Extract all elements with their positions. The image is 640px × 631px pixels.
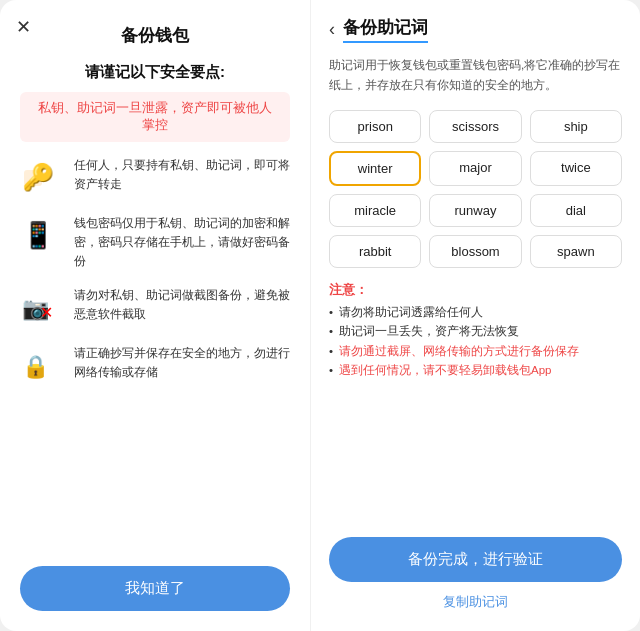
security-item-key-text: 任何人，只要持有私钥、助记词，即可将资产转走 — [74, 156, 290, 194]
backup-complete-button[interactable]: 备份完成，进行验证 — [329, 537, 622, 582]
security-item-password: 📱 钱包密码仅用于私钥、助记词的加密和解密，密码只存储在手机上，请做好密码备份 — [20, 214, 290, 272]
copy-mnemonic-button[interactable]: 复制助记词 — [329, 593, 622, 611]
security-items-list: 🔑 任何人，只要持有私钥、助记词，即可将资产转走 📱 钱包密码仅用于私钥、助记词… — [20, 156, 290, 550]
left-bottom: 我知道了 — [20, 566, 290, 611]
close-button[interactable]: ✕ — [16, 16, 31, 38]
right-title: 备份助记词 — [343, 16, 428, 43]
security-item-safe: 🔒 请正确抄写并保存在安全的地方，勿进行网络传输或存储 — [20, 344, 290, 388]
back-button[interactable]: ‹ — [329, 19, 335, 40]
screenshot-icon: 📷 ✕ — [20, 286, 64, 330]
word-cell-1: prison — [329, 110, 421, 143]
word-cell-5: major — [429, 151, 521, 186]
word-cell-12: spawn — [530, 235, 622, 268]
svg-text:✕: ✕ — [40, 304, 53, 321]
word-cell-2: scissors — [429, 110, 521, 143]
word-cell-4: winter — [329, 151, 421, 186]
word-cell-11: blossom — [429, 235, 521, 268]
word-cell-3: ship — [530, 110, 622, 143]
right-header: ‹ 备份助记词 — [329, 16, 622, 43]
right-bottom: 备份完成，进行验证 复制助记词 — [329, 537, 622, 611]
word-cell-6: twice — [530, 151, 622, 186]
key-icon: 🔑 — [20, 156, 64, 200]
word-cell-10: rabbit — [329, 235, 421, 268]
safe-icon: 🔒 — [20, 344, 64, 388]
security-heading: 请谨记以下安全要点: — [20, 63, 290, 82]
security-item-password-text: 钱包密码仅用于私钥、助记词的加密和解密，密码只存储在手机上，请做好密码备份 — [74, 214, 290, 272]
password-icon: 📱 — [20, 214, 64, 258]
word-cell-8: runway — [429, 194, 521, 227]
word-cell-9: dial — [530, 194, 622, 227]
notes-item-3: 请勿通过截屏、网络传输的方式进行备份保存 — [329, 342, 622, 362]
svg-text:📱: 📱 — [22, 219, 55, 251]
acknowledge-button[interactable]: 我知道了 — [20, 566, 290, 611]
svg-text:🔒: 🔒 — [22, 353, 50, 380]
security-item-screenshot: 📷 ✕ 请勿对私钥、助记词做截图备份，避免被恶意软件截取 — [20, 286, 290, 330]
word-cell-7: miracle — [329, 194, 421, 227]
warning-banner: 私钥、助记词一旦泄露，资产即可被他人掌控 — [20, 92, 290, 142]
security-item-key: 🔑 任何人，只要持有私钥、助记词，即可将资产转走 — [20, 156, 290, 200]
notes-section: 注意： 请勿将助记词透露给任何人助记词一旦丢失，资产将无法恢复请勿通过截屏、网络… — [329, 282, 622, 381]
svg-text:🔑: 🔑 — [22, 161, 55, 193]
security-item-safe-text: 请正确抄写并保存在安全的地方，勿进行网络传输或存储 — [74, 344, 290, 382]
notes-item-4: 遇到任何情况，请不要轻易卸载钱包App — [329, 361, 622, 381]
right-panel: ‹ 备份助记词 助记词用于恢复钱包或重置钱包密码,将它准确的抄写在纸上，并存放在… — [310, 0, 640, 631]
left-title: 备份钱包 — [20, 24, 290, 47]
security-item-screenshot-text: 请勿对私钥、助记词做截图备份，避免被恶意软件截取 — [74, 286, 290, 324]
notes-title: 注意： — [329, 282, 622, 299]
mnemonic-word-grid: prisonscissorsshipwintermajortwicemiracl… — [329, 110, 622, 268]
notes-item-2: 助记词一旦丢失，资产将无法恢复 — [329, 322, 622, 342]
right-description: 助记词用于恢复钱包或重置钱包密码,将它准确的抄写在纸上，并存放在只有你知道的安全… — [329, 55, 622, 96]
left-panel: ✕ 备份钱包 请谨记以下安全要点: 私钥、助记词一旦泄露，资产即可被他人掌控 🔑… — [0, 0, 310, 631]
notes-item-1: 请勿将助记词透露给任何人 — [329, 303, 622, 323]
